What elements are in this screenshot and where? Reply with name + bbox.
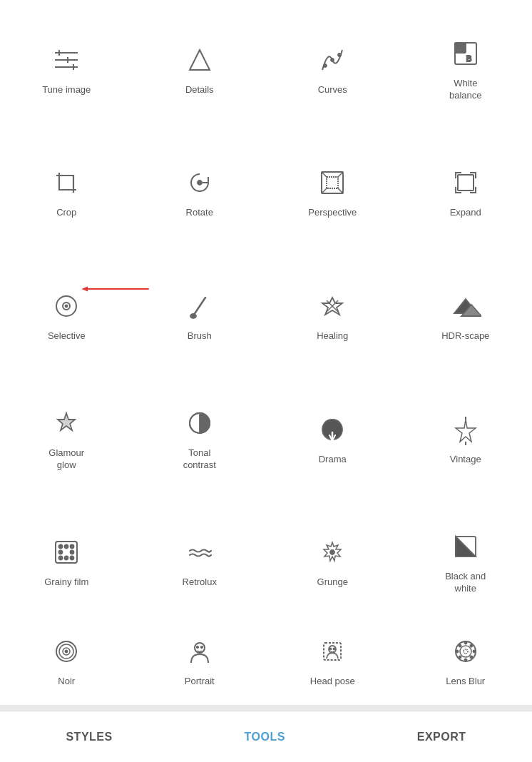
tool-hdr-scape[interactable]: HDR-scape bbox=[399, 253, 533, 377]
grainy-film-icon bbox=[48, 534, 85, 571]
nav-separator bbox=[0, 705, 532, 711]
bottom-nav: STYLES TOOLS EXPORT bbox=[0, 711, 532, 762]
svg-point-46 bbox=[330, 550, 334, 554]
grunge-icon bbox=[314, 534, 351, 571]
portrait-label: Portrait bbox=[185, 676, 215, 688]
svg-point-9 bbox=[338, 54, 341, 56]
svg-point-7 bbox=[324, 64, 327, 67]
tool-tune-image[interactable]: Tune image bbox=[0, 7, 133, 131]
svg-line-25 bbox=[194, 298, 205, 315]
svg-point-14 bbox=[198, 181, 202, 185]
glamour-glow-icon bbox=[48, 405, 85, 442]
tool-expand[interactable]: Expand bbox=[399, 131, 533, 254]
brush-icon bbox=[181, 288, 218, 325]
tool-grainy-film[interactable]: Grainy film bbox=[0, 499, 133, 623]
svg-point-26 bbox=[190, 314, 196, 318]
glamour-glow-label: Glamourglow bbox=[48, 447, 84, 472]
svg-point-43 bbox=[59, 557, 63, 560]
svg-point-8 bbox=[331, 59, 334, 61]
svg-rect-21 bbox=[458, 175, 474, 190]
svg-point-58 bbox=[330, 649, 332, 650]
tool-noir[interactable]: Noir bbox=[0, 623, 133, 698]
svg-point-67 bbox=[459, 645, 461, 647]
tool-crop[interactable]: Crop bbox=[0, 131, 133, 254]
selective-label: Selective bbox=[48, 330, 86, 342]
svg-point-44 bbox=[65, 557, 68, 560]
svg-text:W: W bbox=[456, 45, 464, 53]
tool-tonal-contrast[interactable]: Tonalcontrast bbox=[133, 377, 267, 500]
svg-point-54 bbox=[197, 646, 198, 648]
brush-label: Brush bbox=[188, 330, 212, 342]
vintage-label: Vintage bbox=[450, 454, 481, 466]
svg-point-63 bbox=[464, 642, 466, 644]
nav-tools[interactable]: TOOLS bbox=[223, 723, 307, 751]
tools-grid: Tune image Details Curves W B bbox=[0, 0, 532, 705]
curves-icon bbox=[314, 41, 351, 78]
tool-perspective[interactable]: Perspective bbox=[266, 131, 399, 254]
tool-drama[interactable]: Drama bbox=[266, 377, 399, 500]
tune-image-label: Tune image bbox=[42, 84, 91, 96]
svg-line-17 bbox=[338, 172, 343, 177]
tool-vintage[interactable]: Vintage bbox=[399, 377, 533, 500]
tool-black-and-white[interactable]: Black andwhite bbox=[399, 499, 533, 623]
svg-line-16 bbox=[322, 172, 327, 177]
perspective-icon bbox=[314, 164, 351, 201]
tool-brush[interactable]: Brush bbox=[133, 253, 267, 377]
svg-point-65 bbox=[456, 651, 458, 653]
head-pose-icon bbox=[314, 633, 351, 670]
rotate-label: Rotate bbox=[186, 207, 213, 219]
drama-label: Drama bbox=[319, 454, 347, 466]
retrolux-label: Retrolux bbox=[183, 576, 217, 589]
tool-selective[interactable]: Selective bbox=[0, 253, 133, 377]
tool-retrolux[interactable]: Retrolux bbox=[133, 499, 267, 623]
svg-point-59 bbox=[334, 649, 335, 650]
tool-grunge[interactable]: Grunge bbox=[266, 499, 399, 623]
svg-point-24 bbox=[66, 305, 68, 308]
portrait-icon bbox=[181, 633, 218, 670]
tool-healing[interactable]: Healing bbox=[266, 253, 399, 377]
vintage-icon bbox=[447, 411, 484, 448]
hdr-scape-label: HDR-scape bbox=[441, 330, 489, 342]
tool-lens-blur[interactable]: Lens Blur bbox=[399, 623, 533, 698]
svg-point-38 bbox=[59, 545, 63, 549]
tool-glamour-glow[interactable]: Glamourglow bbox=[0, 377, 133, 500]
crop-label: Crop bbox=[56, 207, 76, 219]
svg-point-41 bbox=[59, 551, 63, 554]
svg-point-52 bbox=[66, 651, 68, 653]
tool-rotate[interactable]: Rotate bbox=[133, 131, 267, 254]
black-and-white-icon bbox=[447, 528, 484, 565]
svg-rect-20 bbox=[327, 177, 338, 188]
grunge-label: Grunge bbox=[317, 576, 348, 589]
svg-point-69 bbox=[470, 645, 472, 647]
svg-point-66 bbox=[473, 651, 475, 653]
retrolux-icon bbox=[181, 534, 218, 571]
crop-icon bbox=[48, 164, 85, 201]
rotate-icon bbox=[181, 164, 218, 201]
lens-blur-icon bbox=[447, 633, 484, 670]
svg-point-45 bbox=[71, 557, 74, 560]
healing-label: Healing bbox=[317, 330, 348, 342]
svg-marker-6 bbox=[190, 50, 210, 70]
tonal-contrast-label: Tonalcontrast bbox=[183, 447, 216, 472]
svg-point-39 bbox=[65, 545, 68, 549]
tool-details[interactable]: Details bbox=[133, 7, 267, 131]
svg-line-19 bbox=[338, 188, 343, 193]
tool-portrait[interactable]: Portrait bbox=[133, 623, 267, 698]
noir-label: Noir bbox=[58, 676, 75, 688]
head-pose-label: Head pose bbox=[310, 676, 355, 688]
svg-point-70 bbox=[459, 656, 461, 659]
curves-label: Curves bbox=[318, 84, 347, 96]
nav-export[interactable]: EXPORT bbox=[396, 723, 488, 751]
svg-point-55 bbox=[201, 646, 203, 648]
details-label: Details bbox=[185, 84, 214, 96]
tool-head-pose[interactable]: Head pose bbox=[266, 623, 399, 698]
drama-icon bbox=[314, 411, 351, 448]
svg-text:B: B bbox=[466, 55, 471, 63]
nav-styles[interactable]: STYLES bbox=[44, 723, 133, 751]
expand-label: Expand bbox=[450, 207, 481, 219]
svg-point-64 bbox=[464, 659, 466, 661]
tool-white-balance[interactable]: W B Whitebalance bbox=[399, 7, 533, 131]
grainy-film-label: Grainy film bbox=[44, 576, 88, 589]
tool-curves[interactable]: Curves bbox=[266, 7, 399, 131]
healing-icon bbox=[314, 288, 351, 325]
